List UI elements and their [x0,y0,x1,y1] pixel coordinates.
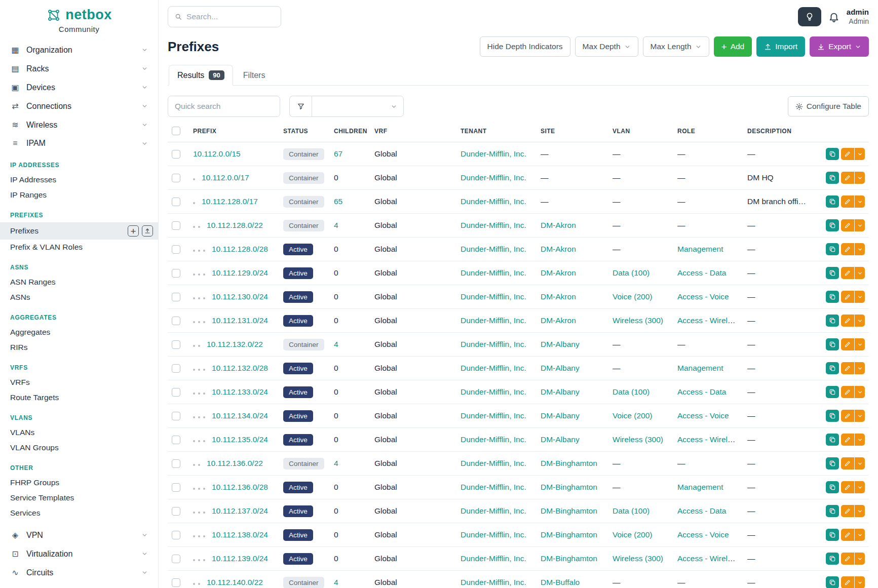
select-all-checkbox[interactable] [172,127,180,135]
tenant-link[interactable]: Dunder-Mifflin, Inc. [461,435,526,444]
site-link[interactable]: DM-Akron [541,268,576,277]
sidebar-group-connections[interactable]: ⇄ Connections [0,97,158,115]
site-link[interactable]: DM-Albany [541,411,580,420]
row-checkbox[interactable] [172,150,180,159]
row-actions-dropdown[interactable] [855,529,865,541]
copy-button[interactable] [826,481,839,493]
tenant-link[interactable]: Dunder-Mifflin, Inc. [461,197,526,206]
vlan-link[interactable]: Wireless (300) [613,316,663,325]
site-link[interactable]: DM-Binghamton [541,530,597,539]
tenant-link[interactable]: Dunder-Mifflin, Inc. [461,411,526,420]
prefix-link[interactable]: 10.112.132.0/22 [207,340,263,348]
sidebar-item-aggregates[interactable]: Aggregates + [0,325,158,340]
row-checkbox[interactable] [172,388,180,397]
site-link[interactable]: DM-Binghamton [541,506,597,515]
edit-button[interactable] [841,195,854,208]
sidebar-item-route-targets[interactable]: Route Targets + [0,390,158,405]
tenant-link[interactable]: Dunder-Mifflin, Inc. [461,578,526,586]
tenant-link[interactable]: Dunder-Mifflin, Inc. [461,292,526,301]
prefix-link[interactable]: 10.112.132.0/28 [212,364,268,372]
tenant-link[interactable]: Dunder-Mifflin, Inc. [461,483,526,491]
vlan-link[interactable]: Data (100) [613,268,650,277]
copy-button[interactable] [826,576,839,588]
row-checkbox[interactable] [172,221,180,230]
row-checkbox[interactable] [172,340,180,349]
vlan-link[interactable]: Wireless (300) [613,554,663,563]
sidebar-item-rirs[interactable]: RIRs + [0,340,158,355]
tenant-link[interactable]: Dunder-Mifflin, Inc. [461,245,526,253]
sidebar-item-fhrp-groups[interactable]: FHRP Groups + [0,475,158,490]
row-actions-dropdown[interactable] [855,410,865,422]
row-checkbox[interactable] [172,507,180,516]
row-actions-dropdown[interactable] [855,576,865,588]
sidebar-item-vrfs[interactable]: VRFs + [0,375,158,390]
row-actions-dropdown[interactable] [855,243,865,255]
edit-button[interactable] [841,219,854,231]
max-length-dropdown[interactable]: Max Length [643,36,709,57]
copy-button[interactable] [826,291,839,303]
tenant-link[interactable]: Dunder-Mifflin, Inc. [461,340,526,348]
tenant-link[interactable]: Dunder-Mifflin, Inc. [461,506,526,515]
brand-logo[interactable]: netbox Community [0,7,158,33]
prefix-link[interactable]: 10.112.139.0/24 [212,554,268,563]
tenant-link[interactable]: Dunder-Mifflin, Inc. [461,387,526,396]
row-checkbox[interactable] [172,555,180,563]
site-link[interactable]: DM-Binghamton [541,483,597,491]
copy-button[interactable] [826,195,839,208]
sidebar-item-ip-addresses[interactable]: IP Addresses + [0,172,158,187]
row-checkbox[interactable] [172,198,180,206]
row-actions-dropdown[interactable] [855,481,865,493]
edit-button[interactable] [841,148,854,160]
edit-button[interactable] [841,410,854,422]
quick-search-input[interactable] [168,96,280,117]
sidebar-group-ipam[interactable]: ≡ IPAM [0,134,158,152]
copy-button[interactable] [826,553,839,565]
row-actions-dropdown[interactable] [855,219,865,231]
prefix-link[interactable]: 10.112.130.0/24 [212,292,268,301]
row-actions-dropdown[interactable] [855,457,865,469]
prefix-link[interactable]: 10.112.137.0/24 [212,506,268,515]
tenant-link[interactable]: Dunder-Mifflin, Inc. [461,316,526,325]
site-link[interactable]: DM-Albany [541,364,580,372]
edit-button[interactable] [841,267,854,279]
row-actions-dropdown[interactable] [855,315,865,327]
sidebar-group-circuits[interactable]: ∿ Circuits [0,563,158,582]
row-actions-dropdown[interactable] [855,172,865,184]
tenant-link[interactable]: Dunder-Mifflin, Inc. [461,459,526,467]
row-checkbox[interactable] [172,531,180,539]
row-checkbox[interactable] [172,436,180,444]
copy-button[interactable] [826,338,839,350]
edit-button[interactable] [841,553,854,565]
row-checkbox[interactable] [172,317,180,325]
vlan-link[interactable]: Data (100) [613,506,650,515]
prefix-link[interactable]: 10.112.135.0/24 [212,435,268,444]
site-link[interactable]: DM-Albany [541,340,580,348]
edit-button[interactable] [841,362,854,374]
role-link[interactable]: Access - Voice [677,530,729,539]
tab-filters[interactable]: Filters [235,66,274,85]
max-depth-dropdown[interactable]: Max Depth [575,36,638,57]
copy-button[interactable] [826,386,839,398]
site-link[interactable]: DM-Akron [541,245,576,253]
global-search[interactable] [168,6,281,27]
user-menu[interactable]: admin Admin [847,8,869,26]
role-link[interactable]: Access - Wireless [677,435,740,444]
vlan-link[interactable]: Data (100) [613,387,650,396]
site-link[interactable]: DM-Albany [541,435,580,444]
tenant-link[interactable]: Dunder-Mifflin, Inc. [461,268,526,277]
role-link[interactable]: Access - Wireless [677,316,740,325]
edit-button[interactable] [841,481,854,493]
sidebar-group-organization[interactable]: ▦ Organization [0,41,158,59]
row-actions-dropdown[interactable] [855,338,865,350]
sidebar-item-vlan-groups[interactable]: VLAN Groups + [0,440,158,455]
prefix-link[interactable]: 10.112.140.0/22 [207,578,263,586]
copy-button[interactable] [826,219,839,231]
site-link[interactable]: DM-Binghamton [541,459,597,467]
row-checkbox[interactable] [172,293,180,301]
sidebar-item-ip-ranges[interactable]: IP Ranges + [0,187,158,203]
theme-toggle-button[interactable] [798,7,821,26]
prefix-link[interactable]: 10.112.136.0/28 [212,483,268,491]
copy-button[interactable] [826,457,839,469]
prefix-link[interactable]: 10.112.0.0/17 [202,173,249,182]
hide-depth-indicators-button[interactable]: Hide Depth Indicators [480,36,570,57]
